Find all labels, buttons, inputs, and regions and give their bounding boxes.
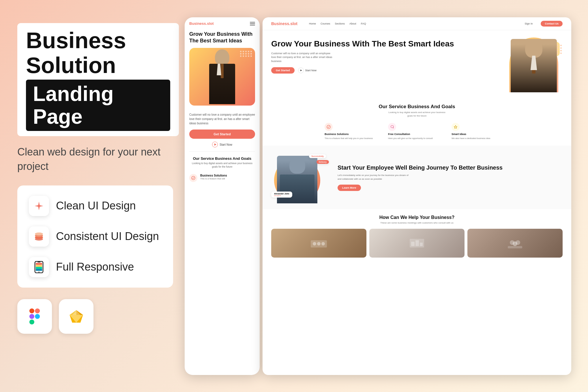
- desk-nav-links: Home Courses Sections About FAQ: [309, 22, 519, 25]
- feature-consistent-ui-label: Consistent UI Design: [56, 230, 159, 243]
- desk-help-images: [271, 229, 563, 258]
- mob-header: Business.slot: [185, 17, 260, 28]
- desk-logo: Business.slot: [271, 21, 297, 26]
- desk-get-started-btn[interactable]: Get Started: [271, 67, 295, 74]
- svg-rect-15: [29, 319, 34, 324]
- mob-start-now-btn[interactable]: Start Now: [185, 142, 260, 147]
- svg-point-34: [513, 241, 517, 246]
- mob-service-item-1: Business Solutions This is a feature tha…: [185, 172, 260, 184]
- consistent-ui-icon-wrap: [29, 226, 49, 247]
- responsive-icon-wrap: [29, 257, 49, 277]
- mob-services-sub: Looking to buy digital assets and achiev…: [185, 162, 260, 172]
- desk-service-title-2: Free Consultation: [388, 133, 446, 136]
- svg-rect-10: [36, 267, 42, 269]
- desk-hero: Grow Your Business With The Best Smart I…: [263, 30, 571, 98]
- desk-start-now-label: Start Now: [305, 69, 317, 72]
- mob-service-desc-1: This is a feature that will: [200, 177, 227, 180]
- desk-hero-person: [511, 39, 557, 92]
- svg-rect-12: [29, 308, 34, 313]
- feature-responsive: Full Responsive: [29, 257, 162, 277]
- desk-service-title-3: Smart Ideas: [452, 133, 509, 136]
- desk-help-sub: These are some business meetings with cu…: [271, 221, 563, 225]
- desk-emp-right: Start Your Employee Well Being Journey T…: [338, 164, 563, 191]
- desk-service-icon-2: [388, 123, 396, 131]
- desk-nav: Business.slot Home Courses Sections Abou…: [263, 17, 571, 30]
- desk-help-img-3: [467, 229, 563, 258]
- mob-play-icon: [212, 142, 218, 147]
- svg-point-3: [35, 232, 43, 235]
- desk-services-sub: Looking to buy digital assets and achiev…: [388, 111, 446, 118]
- mob-menu-line1: [250, 22, 255, 22]
- desk-services-section: Our Service Business And Goals Looking t…: [263, 98, 571, 146]
- desk-services-grid: Business Solutions This is a feature tha…: [271, 123, 563, 140]
- mob-logo: Business.slot: [189, 21, 214, 26]
- svg-point-25: [313, 242, 316, 245]
- mob-start-now-label: Start Now: [220, 143, 232, 146]
- desk-services-title: Our Service Business And Goals: [271, 104, 563, 110]
- desk-emp-title: Start Your Employee Well Being Journey T…: [338, 164, 563, 171]
- feature-clean-ui-label: Clean UI Design: [56, 200, 136, 212]
- feature-responsive-label: Full Responsive: [56, 261, 134, 273]
- mob-hero-image: [189, 48, 255, 106]
- desk-emp-badge-delivery: Delivery: [317, 160, 329, 164]
- subtitle: Clean web design for your next project: [17, 145, 179, 174]
- mobile-content: Business.slot Grow Your Business With Th…: [185, 17, 260, 184]
- desk-play-triangle: [300, 70, 302, 71]
- svg-rect-11: [36, 269, 42, 271]
- mob-get-started-btn[interactable]: Get Started: [189, 130, 255, 139]
- desk-service-icon-1: [325, 123, 333, 131]
- desk-nav-sections: Sections: [335, 22, 345, 25]
- svg-point-27: [321, 242, 325, 245]
- desk-hero-left: Grow Your Business With The Best Smart I…: [271, 39, 505, 92]
- desk-start-now-btn[interactable]: Start Now: [298, 67, 317, 73]
- desk-emp-badge-successfully: Successfully: [309, 154, 326, 158]
- mob-menu-line2: [250, 23, 255, 24]
- mob-service-text-1: Business Solutions This is a feature tha…: [200, 174, 227, 180]
- desk-service-3: Smart Ideas We also have a dedicated bus…: [452, 123, 509, 140]
- mob-service-icon-svg: [191, 176, 195, 180]
- desk-service-2: Free Consultation Here you will give us …: [388, 123, 446, 140]
- mob-hero-title: Grow Your Business With The Best Smart I…: [189, 31, 255, 44]
- desk-service-desc-2: Here you will give us the opportunity to…: [388, 137, 446, 140]
- mob-hero: Grow Your Business With The Best Smart I…: [185, 28, 260, 112]
- desk-hero-btns: Get Started Start Now: [271, 67, 499, 74]
- features-card: Clean UI Design Consistent UI Design: [17, 185, 173, 288]
- feature-consistent-ui: Consistent UI Design: [29, 226, 162, 247]
- title-sub-block: Landing Page: [26, 80, 170, 131]
- desk-service-icon-3: [452, 123, 460, 131]
- mob-service-icon-1: [189, 174, 197, 182]
- tools-row: [17, 299, 179, 334]
- desk-nav-about: About: [349, 22, 356, 25]
- svg-point-16: [35, 314, 40, 319]
- desk-nav-courses: Courses: [321, 22, 330, 25]
- desk-service-desc-3: We also have a dedicated business idea: [452, 137, 509, 140]
- desk-service-desc-1: This is a feature that will help you in …: [325, 137, 382, 140]
- desk-hero-title: Grow Your Business With The Best Smart I…: [271, 39, 499, 49]
- desktop-mockup: Business.slot Home Courses Sections Abou…: [263, 17, 571, 375]
- main-title-line1: Business Solution: [26, 28, 170, 78]
- mob-menu-line3: [250, 25, 255, 25]
- desk-help-section: How Can We Help Your Business? These are…: [263, 209, 571, 263]
- office-img-2-icon: [408, 237, 426, 249]
- desk-emp-person-name: Alexander John: [274, 193, 289, 195]
- desk-nav-signin[interactable]: Sign In: [525, 22, 533, 25]
- feature-clean-ui: Clean UI Design: [29, 196, 162, 216]
- desk-nav-home: Home: [309, 22, 316, 25]
- svg-rect-13: [35, 308, 40, 313]
- desk-emp-person-info: Alexander John Designer: [271, 192, 292, 198]
- mob-menu-icon: [250, 22, 255, 25]
- svg-rect-30: [415, 240, 419, 246]
- main-title-line2: Landing Page: [33, 82, 114, 128]
- mobile-mockup: Business.slot Grow Your Business With Th…: [185, 17, 260, 375]
- mob-play-triangle: [214, 143, 216, 146]
- team-img-3-icon: [506, 237, 524, 249]
- desk-hero-desc: Customer will no love a company until an…: [271, 52, 335, 63]
- desk-employee-section: Successfully Delivery Alexander John Des…: [263, 146, 571, 209]
- mob-services-title: Our Service Business And Goals: [185, 153, 260, 162]
- desk-nav-cta[interactable]: Contact Us: [541, 21, 563, 27]
- desk-emp-person-role: Designer: [274, 195, 289, 196]
- desk-help-img-2: [369, 229, 465, 258]
- svg-point-6: [39, 271, 40, 272]
- svg-rect-29: [411, 242, 415, 246]
- desk-learn-more-btn[interactable]: Learn More: [338, 185, 361, 191]
